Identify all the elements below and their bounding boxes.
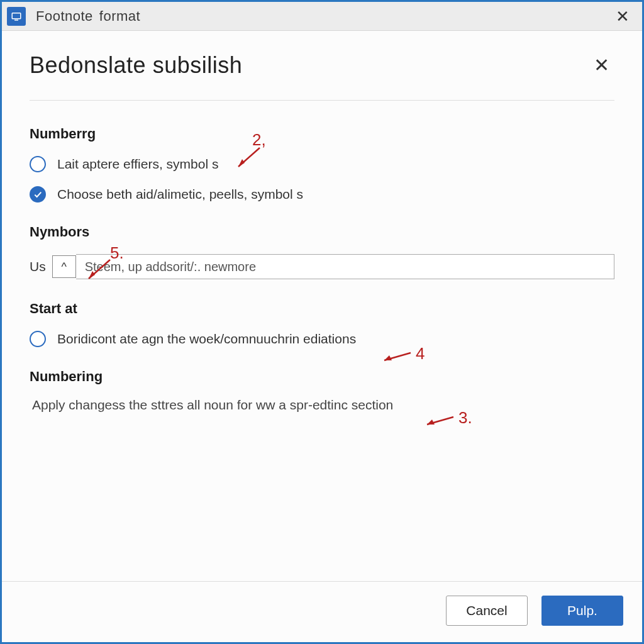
section-label-numbering: Numbering bbox=[30, 369, 614, 385]
radio-option-2[interactable]: Choose beth aid/alimetic, peells, symbol… bbox=[30, 186, 614, 203]
us-label: Us bbox=[30, 259, 46, 274]
dialog-footer: Cancel Pulp. bbox=[2, 581, 642, 642]
svg-line-6 bbox=[384, 353, 411, 360]
section-label-nymbors: Nymbors bbox=[30, 224, 614, 240]
radio-option-1[interactable]: Lait aptere effiers, symbol s bbox=[30, 156, 614, 172]
combo-input[interactable]: Steem, up addsorit/:. newmore bbox=[76, 254, 614, 279]
divider bbox=[30, 100, 614, 101]
caret-up-icon: ^ bbox=[61, 260, 66, 274]
titlebar: Footnoteformat ✕ bbox=[2, 2, 642, 31]
svg-rect-0 bbox=[12, 13, 21, 18]
dialog-content: Bedonslate subsilish ✕ Numberrg Lait apt… bbox=[2, 31, 642, 581]
app-icon bbox=[7, 7, 26, 26]
window-title: Footnoteformat bbox=[36, 8, 140, 25]
primary-button[interactable]: Pulp. bbox=[541, 596, 623, 626]
section-label-start-at: Start at bbox=[30, 301, 614, 317]
section-label-numberrg: Numberrg bbox=[30, 126, 614, 142]
cancel-button[interactable]: Cancel bbox=[446, 596, 528, 626]
radio-icon[interactable] bbox=[30, 331, 46, 347]
radio-label: Choose beth aid/alimetic, peells, symbol… bbox=[57, 187, 303, 202]
window-close-button[interactable]: ✕ bbox=[609, 6, 636, 27]
radio-label: Boridicont ate agn the woek/comnuuchrin … bbox=[57, 331, 356, 347]
svg-marker-7 bbox=[384, 355, 392, 360]
radio-option-start-at[interactable]: Boridicont ate agn the woek/comnuuchrin … bbox=[30, 331, 614, 347]
numbering-description: Apply changess the sttres all noun for w… bbox=[30, 397, 614, 413]
stepper-up-button[interactable]: ^ bbox=[52, 255, 76, 278]
radio-icon-checked[interactable] bbox=[30, 186, 46, 203]
radio-label: Lait aptere effiers, symbol s bbox=[57, 157, 218, 172]
nymbors-row: Us ^ Steem, up addsorit/:. newmore bbox=[30, 254, 614, 279]
dialog-heading: Bedonslate subsilish bbox=[30, 52, 242, 79]
combo-text: Steem, up addsorit/:. newmore bbox=[85, 260, 256, 274]
dialog-window: Footnoteformat ✕ Bedonslate subsilish ✕ … bbox=[0, 0, 644, 644]
radio-icon[interactable] bbox=[30, 156, 46, 172]
dialog-close-button[interactable]: ✕ bbox=[589, 55, 614, 76]
